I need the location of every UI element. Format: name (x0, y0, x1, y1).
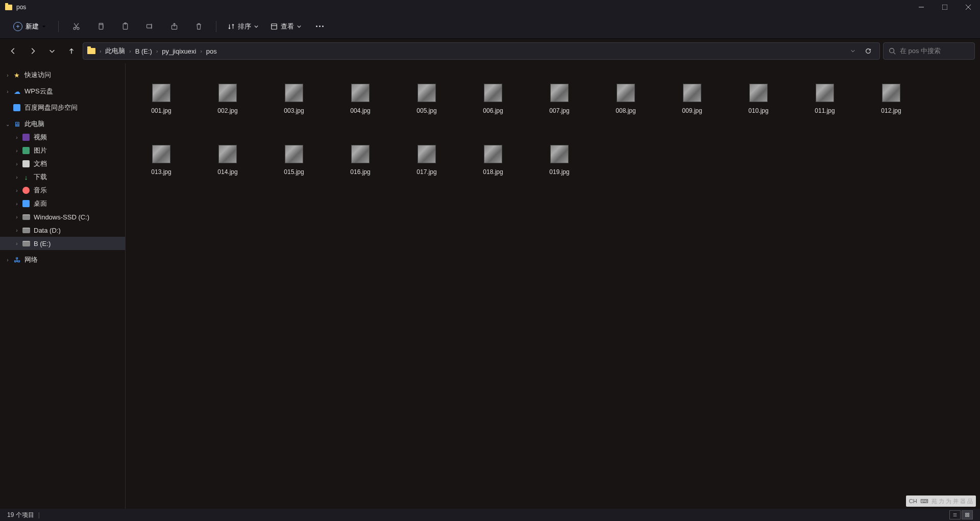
sidebar-item-documents[interactable]: ›文档 (0, 157, 125, 170)
plus-icon: + (13, 22, 22, 31)
share-button[interactable] (164, 18, 184, 35)
delete-button[interactable] (188, 18, 209, 35)
file-item[interactable]: 014.jpg (212, 145, 243, 176)
file-name: 014.jpg (217, 168, 237, 176)
file-name: 001.jpg (151, 107, 171, 114)
icons-view-button[interactable] (962, 510, 973, 519)
close-button[interactable] (957, 0, 980, 14)
file-name: 008.jpg (616, 107, 635, 114)
file-thumbnail (285, 84, 303, 102)
new-button[interactable]: + 新建 (8, 20, 51, 33)
status-bar: 19 个项目 | (0, 509, 980, 521)
file-name: 003.jpg (284, 107, 304, 114)
toolbar: + 新建 排序 查看 (0, 14, 980, 39)
back-button[interactable] (5, 43, 21, 59)
file-name: 002.jpg (217, 107, 237, 114)
svg-rect-23 (966, 515, 967, 517)
maximize-button[interactable] (933, 0, 957, 14)
more-button[interactable] (309, 18, 330, 35)
file-item[interactable]: 006.jpg (478, 84, 508, 114)
file-name: 019.jpg (549, 168, 569, 176)
sidebar-item-baidu[interactable]: 百度网盘同步空间 (0, 101, 125, 114)
file-item[interactable]: 001.jpg (146, 84, 177, 114)
breadcrumb-item[interactable]: B (E:) (133, 46, 154, 56)
sidebar-item-pictures[interactable]: ›图片 (0, 144, 125, 157)
file-name: 011.jpg (815, 107, 835, 114)
search-input[interactable]: 在 pos 中搜索 (883, 42, 975, 60)
breadcrumb-item[interactable]: py_jiqixuexi (160, 46, 198, 56)
file-item[interactable]: 012.jpg (876, 84, 906, 114)
sidebar-item-network[interactable]: ›🖧网络 (0, 253, 125, 266)
file-name: 012.jpg (881, 107, 901, 114)
sidebar-item-downloads[interactable]: ›↓下载 (0, 170, 125, 184)
svg-rect-21 (966, 513, 967, 515)
breadcrumb-item[interactable]: 此电脑 (103, 45, 127, 57)
sidebar-item-music[interactable]: ›音乐 (0, 184, 125, 197)
file-item[interactable]: 017.jpg (411, 145, 442, 176)
cut-button[interactable] (66, 18, 86, 35)
details-view-button[interactable] (949, 510, 961, 519)
sidebar-item-wps[interactable]: ›☁WPS云盘 (0, 85, 125, 98)
file-name: 016.jpg (350, 168, 370, 176)
svg-rect-1 (942, 5, 947, 10)
paste-button[interactable] (115, 18, 135, 35)
breadcrumb-item[interactable]: pos (204, 46, 219, 56)
titlebar: pos (0, 0, 980, 14)
up-button[interactable] (63, 43, 80, 59)
file-item[interactable]: 016.jpg (345, 145, 376, 176)
file-item[interactable]: 008.jpg (610, 84, 641, 114)
file-thumbnail (484, 84, 502, 102)
file-item[interactable]: 013.jpg (146, 145, 177, 176)
file-item[interactable]: 003.jpg (279, 84, 309, 114)
svg-rect-24 (968, 515, 969, 517)
file-name: 013.jpg (151, 168, 171, 176)
folder-icon (87, 48, 95, 54)
sidebar-item-quick[interactable]: ›★快速访问 (0, 68, 125, 82)
file-item[interactable]: 018.jpg (478, 145, 508, 176)
rename-button[interactable] (139, 18, 160, 35)
view-dropdown[interactable]: 查看 (266, 20, 305, 33)
file-thumbnail (550, 84, 569, 102)
file-item[interactable]: 005.jpg (411, 84, 442, 114)
ime-bar[interactable]: CH ⌨ 苑 力 为 并 器 品 (906, 495, 976, 507)
item-count: 19 个项目 (7, 511, 34, 519)
file-thumbnail (617, 84, 635, 102)
file-name: 018.jpg (483, 168, 503, 176)
file-thumbnail (351, 84, 370, 102)
sidebar-item-pc[interactable]: ⌄🖥此电脑 (0, 117, 125, 131)
file-item[interactable]: 007.jpg (544, 84, 575, 114)
address-bar[interactable]: › 此电脑 › B (E:) › py_jiqixuexi › pos (83, 42, 880, 60)
svg-point-16 (890, 48, 894, 53)
file-item[interactable]: 010.jpg (743, 84, 774, 114)
refresh-button[interactable] (861, 44, 875, 58)
file-item[interactable]: 009.jpg (677, 84, 707, 114)
file-name: 007.jpg (549, 107, 569, 114)
sort-dropdown[interactable]: 排序 (224, 20, 262, 33)
folder-icon (5, 5, 12, 10)
file-item[interactable]: 011.jpg (810, 84, 840, 114)
sidebar-item-video[interactable]: ›视频 (0, 131, 125, 144)
sidebar-item-drive-e[interactable]: ›B (E:) (0, 237, 125, 250)
file-item[interactable]: 002.jpg (212, 84, 243, 114)
file-thumbnail (749, 84, 768, 102)
file-thumbnail (218, 145, 237, 163)
sidebar-item-drive-d[interactable]: ›Data (D:) (0, 224, 125, 237)
file-pane[interactable]: 001.jpg002.jpg003.jpg004.jpg005.jpg006.j… (126, 63, 980, 509)
chevron-right-icon: › (156, 48, 158, 54)
minimize-button[interactable] (910, 0, 933, 14)
file-thumbnail (418, 84, 436, 102)
file-name: 004.jpg (350, 107, 370, 114)
address-dropdown[interactable] (846, 44, 860, 58)
file-item[interactable]: 019.jpg (544, 145, 575, 176)
file-item[interactable]: 015.jpg (279, 145, 309, 176)
copy-button[interactable] (90, 18, 111, 35)
recent-dropdown[interactable] (44, 43, 60, 59)
view-label: 查看 (281, 22, 294, 31)
forward-button[interactable] (24, 43, 41, 59)
svg-line-17 (894, 53, 896, 55)
sidebar-item-drive-c[interactable]: ›Windows-SSD (C:) (0, 210, 125, 224)
file-item[interactable]: 004.jpg (345, 84, 376, 114)
sidebar-item-desktop[interactable]: ›桌面 (0, 197, 125, 210)
file-name: 005.jpg (416, 107, 436, 114)
new-label: 新建 (26, 22, 39, 31)
